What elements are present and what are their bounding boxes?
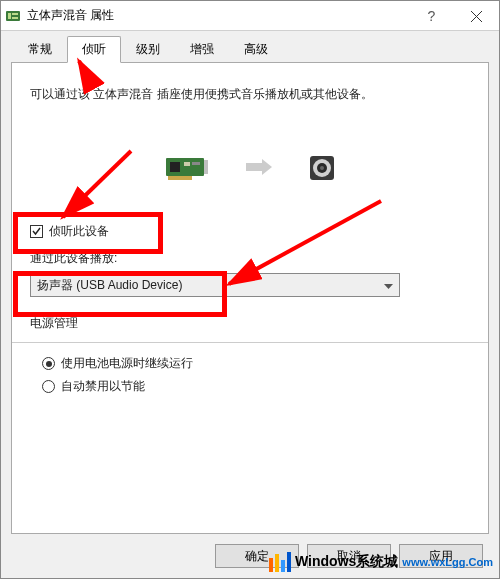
svg-rect-2 [12, 13, 18, 15]
window-title: 立体声混音 属性 [27, 7, 114, 24]
window-icon [5, 8, 21, 24]
svg-rect-3 [12, 17, 18, 19]
tab-strip: 常规 侦听 级别 增强 高级 [11, 37, 489, 63]
listen-checkbox[interactable] [30, 225, 43, 238]
watermark-domain: www.wxLgg.Com [402, 556, 493, 568]
tab-advanced[interactable]: 高级 [229, 36, 283, 62]
radio-continue-label: 使用电池电源时继续运行 [61, 355, 193, 372]
checkmark-icon [32, 227, 41, 236]
radio-dot-icon [46, 361, 52, 367]
arrow-right-icon [246, 155, 272, 181]
watermark: Windows系统城 www.wxLgg.Com [269, 552, 493, 572]
playback-device-dropdown[interactable]: 扬声器 (USB Audio Device) [30, 273, 400, 297]
watermark-text: Windows系统城 [295, 553, 398, 571]
radio-disable[interactable] [42, 380, 55, 393]
svg-rect-9 [192, 162, 200, 165]
svg-rect-7 [170, 162, 180, 172]
soundcard-icon [164, 154, 210, 182]
properties-window: 立体声混音 属性 ? 常规 侦听 级别 增强 高级 可以通过该 立体声混音 插座… [0, 0, 500, 579]
description-text: 可以通过该 立体声混音 插座使用便携式音乐播放机或其他设备。 [30, 85, 470, 103]
watermark-logo-icon [269, 552, 291, 572]
help-button[interactable]: ? [409, 1, 454, 31]
radio-disable-row[interactable]: 自动禁用以节能 [42, 378, 470, 395]
tab-levels[interactable]: 级别 [121, 36, 175, 62]
chevron-down-icon [384, 280, 393, 291]
speaker-icon [308, 154, 336, 182]
svg-rect-8 [184, 162, 190, 166]
separator [12, 342, 488, 343]
close-button[interactable] [454, 1, 499, 31]
close-icon [471, 11, 482, 22]
svg-rect-1 [8, 13, 11, 19]
tab-general[interactable]: 常规 [13, 36, 67, 62]
listen-checkbox-label: 侦听此设备 [49, 223, 109, 240]
tab-listen[interactable]: 侦听 [67, 36, 121, 63]
power-management-label: 电源管理 [30, 315, 470, 332]
tab-enhance[interactable]: 增强 [175, 36, 229, 62]
device-icon-row [30, 143, 470, 193]
radio-disable-label: 自动禁用以节能 [61, 378, 145, 395]
svg-rect-10 [204, 160, 208, 174]
svg-point-15 [320, 166, 324, 170]
svg-rect-11 [168, 176, 192, 180]
dropdown-value: 扬声器 (USB Audio Device) [37, 277, 182, 294]
content-area: 常规 侦听 级别 增强 高级 可以通过该 立体声混音 插座使用便携式音乐播放机或… [1, 31, 499, 578]
radio-continue[interactable] [42, 357, 55, 370]
radio-continue-row[interactable]: 使用电池电源时继续运行 [42, 355, 470, 372]
tab-body-listen: 可以通过该 立体声混音 插座使用便携式音乐播放机或其他设备。 侦听此设备 通过 [11, 63, 489, 534]
window-controls: ? [409, 1, 499, 31]
playback-through-label: 通过此设备播放: [30, 250, 470, 267]
titlebar: 立体声混音 属性 ? [1, 1, 499, 31]
listen-checkbox-row[interactable]: 侦听此设备 [30, 223, 470, 240]
